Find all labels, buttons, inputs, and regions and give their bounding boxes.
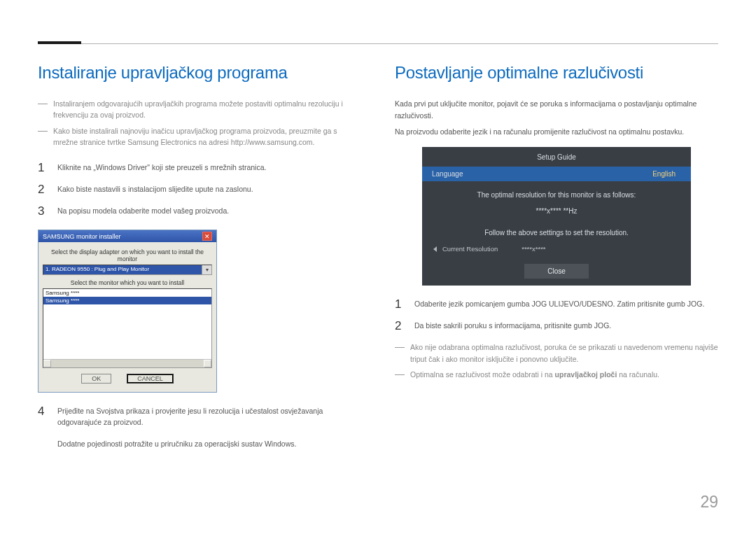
osd-panel: Setup Guide Language English The optimal… xyxy=(422,147,691,286)
dash-icon: ― xyxy=(395,342,405,365)
note-text-part: Optimalna se razlučivost može odabrati i… xyxy=(410,370,555,379)
dialog-buttons: OK CANCEL xyxy=(43,368,212,388)
dialog-label: Select the display adapter on which you … xyxy=(43,248,212,262)
note-item: ― Ako nije odabrana optimalna razlučivos… xyxy=(395,342,718,365)
close-icon[interactable]: ✕ xyxy=(202,232,212,241)
note-text: Ako nije odabrana optimalna razlučivost,… xyxy=(410,342,718,365)
adapter-dropdown[interactable]: 1. RADEON 9550 : Plug and Play Monitor ▾ xyxy=(43,265,212,275)
step-number: 4 xyxy=(38,405,48,449)
ok-button[interactable]: OK xyxy=(81,374,111,384)
monitor-list[interactable]: Samsung **** Samsung **** xyxy=(43,288,212,368)
note-text: Optimalna se razlučivost može odabrati i… xyxy=(410,369,659,380)
osd-curres-value: ****x**** xyxy=(522,245,545,253)
page-number: 29 xyxy=(700,493,718,512)
right-column: Postavljanje optimalne razlučivosti Kada… xyxy=(395,63,718,506)
note-text: Instaliranjem odgovarajućih upravljačkih… xyxy=(53,98,361,121)
step-number: 1 xyxy=(38,162,48,174)
scrollbar-horizontal[interactable] xyxy=(43,359,211,367)
scroll-button-right[interactable] xyxy=(204,360,211,367)
chevron-down-icon[interactable]: ▾ xyxy=(202,265,211,274)
scroll-track[interactable] xyxy=(51,360,204,367)
step-subtext: Dodatne pojedinosti potražite u priručni… xyxy=(57,438,361,449)
osd-line: The optimal resolution for this monitor … xyxy=(422,190,691,200)
step-text: Odaberite jezik pomicanjem gumba JOG ULI… xyxy=(414,298,704,310)
osd-language-row[interactable]: Language English xyxy=(422,167,691,181)
note-item: ― Instaliranjem odgovarajućih upravljačk… xyxy=(38,98,361,121)
step-item: 1 Odaberite jezik pomicanjem gumba JOG U… xyxy=(395,298,718,310)
step-item: 4 Prijeđite na Svojstva prikaza i provje… xyxy=(38,405,361,449)
header-accent xyxy=(38,41,81,44)
note-item: ― Kako biste instalirali najnoviju inači… xyxy=(38,125,361,148)
osd-resolution: ****x**** **Hz xyxy=(422,206,691,216)
step-number: 3 xyxy=(38,205,48,217)
step-item: 1 Kliknite na „Windows Driver" koji ste … xyxy=(38,162,361,174)
dash-icon: ― xyxy=(395,369,405,380)
step-text: Kako biste nastavili s instalacijom slij… xyxy=(57,183,253,195)
dialog-titlebar: SAMSUNG monitor installer ✕ xyxy=(38,230,216,242)
installer-dialog: SAMSUNG monitor installer ✕ Select the d… xyxy=(38,230,217,393)
step-text: Da biste sakrili poruku s informacijama,… xyxy=(414,320,611,332)
intro-text: Kada prvi put uključite monitor, pojavit… xyxy=(395,98,718,122)
dialog-title: SAMSUNG monitor installer xyxy=(43,233,121,240)
left-column: Instaliranje upravljačkog programa ― Ins… xyxy=(38,63,361,506)
scroll-button-left[interactable] xyxy=(43,360,51,367)
step-number: 2 xyxy=(395,320,405,332)
step-text-group: Prijeđite na Svojstva prikaza i provjeri… xyxy=(57,405,361,449)
header-rule xyxy=(38,43,718,44)
list-item[interactable]: Samsung **** xyxy=(43,289,211,297)
list-item[interactable]: Samsung **** xyxy=(43,297,211,304)
dash-icon: ― xyxy=(38,125,48,148)
dialog-body: Select the display adapter on which you … xyxy=(38,242,216,392)
step-item: 3 Na popisu modela odaberite model vašeg… xyxy=(38,205,361,217)
step-text: Prijeđite na Svojstva prikaza i provjeri… xyxy=(57,405,361,428)
dash-icon: ― xyxy=(38,98,48,121)
note-text: Kako biste instalirali najnoviju inačicu… xyxy=(53,125,361,148)
cancel-button[interactable]: CANCEL xyxy=(127,374,174,384)
step-number: 2 xyxy=(38,183,48,195)
note-text-part: na računalu. xyxy=(617,370,659,379)
page-content: Instaliranje upravljačkog programa ― Ins… xyxy=(38,63,718,506)
osd-curres-label: Current Resolution xyxy=(442,245,498,253)
step-text: Na popisu modela odaberite model vašeg p… xyxy=(57,205,229,217)
adapter-selected: 1. RADEON 9550 : Plug and Play Monitor xyxy=(43,265,202,274)
heading-left: Instaliranje upravljačkog programa xyxy=(38,63,361,83)
note-text-bold: upravljačkoj ploči xyxy=(555,370,617,379)
osd-title: Setup Guide xyxy=(422,150,691,167)
triangle-left-icon xyxy=(433,246,437,252)
step-text: Kliknite na „Windows Driver" koji ste pr… xyxy=(57,162,266,174)
note-item: ― Optimalna se razlučivost može odabrati… xyxy=(395,369,718,380)
step-item: 2 Da biste sakrili poruku s informacijam… xyxy=(395,320,718,332)
intro-text: Na proizvodu odaberite jezik i na računa… xyxy=(395,126,718,138)
osd-lang-label: Language xyxy=(432,170,463,178)
step-number: 1 xyxy=(395,298,405,310)
osd-lang-value: English xyxy=(652,170,676,178)
osd-screenshot: Setup Guide Language English The optimal… xyxy=(422,147,691,286)
dialog-label: Select the monitor which you want to ins… xyxy=(43,279,212,286)
osd-current-resolution: Current Resolution ****x**** xyxy=(422,242,691,255)
heading-right: Postavljanje optimalne razlučivosti xyxy=(395,63,718,83)
osd-close-button[interactable]: Close xyxy=(524,264,589,279)
osd-message: The optimal resolution for this monitor … xyxy=(422,190,691,238)
osd-line: Follow the above settings to set the res… xyxy=(422,227,691,238)
step-item: 2 Kako biste nastavili s instalacijom sl… xyxy=(38,183,361,195)
